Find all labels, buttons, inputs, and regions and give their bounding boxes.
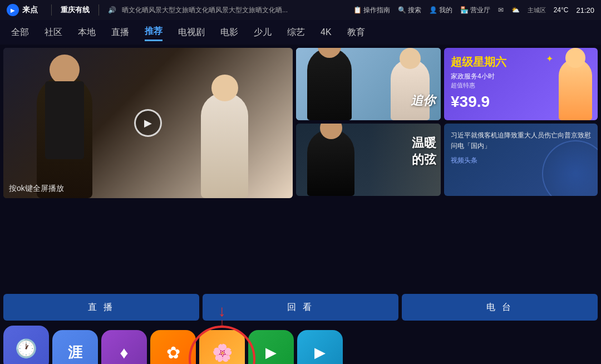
- arrow-down-icon2: ↓: [219, 316, 225, 330]
- nav-community[interactable]: 社区: [45, 24, 62, 41]
- app-orange[interactable]: 🌸 橙子短视频 ↓ ↓: [199, 330, 245, 365]
- anime-person-decoration: [559, 59, 592, 120]
- store-btn[interactable]: 🏪 营业厅: [460, 6, 490, 15]
- divider: [51, 4, 52, 16]
- ad-price-symbol: ¥: [451, 93, 460, 110]
- app-jf-icon: 涯: [52, 330, 98, 365]
- nav-education[interactable]: 教育: [347, 24, 365, 41]
- quick-actions: 直 播 回 看 电 台: [0, 292, 601, 323]
- guide-btn[interactable]: 📋 操作指南: [353, 6, 390, 15]
- brand-name: 重庆有线: [61, 5, 90, 15]
- top-nav-right: 📋 操作指南 🔍 搜索 👤 我的 🏪 营业厅 ✉ ⛅ 主城区 24°C 21:2…: [353, 6, 594, 15]
- main-content: ▶ 按ok键全屏播放 追你: [0, 45, 601, 292]
- nav-live[interactable]: 直播: [111, 24, 129, 41]
- drama-top-title: 追你: [411, 92, 435, 109]
- drama-top-card[interactable]: 追你: [296, 48, 441, 120]
- my-btn[interactable]: 👤 我的: [429, 6, 452, 15]
- replay-btn[interactable]: 回 看: [203, 294, 398, 321]
- drama-bottom-bg: 温暖 的弦: [296, 124, 441, 196]
- speaker-icon: 🔊: [108, 6, 116, 14]
- nav-tv[interactable]: 电视剧: [178, 24, 205, 41]
- app-sunshine[interactable]: ▶ 阳光: [297, 330, 343, 365]
- nav-variety[interactable]: 综艺: [287, 24, 305, 41]
- right-column: 超级星期六 家政服务4小时 超值特惠 ¥39.9 ✦ 习近平就俄客机迫降致重大人…: [444, 48, 598, 288]
- app-iqiyi[interactable]: ▶ 爱奇艺专区: [248, 330, 294, 365]
- weather-icon: ⛅: [511, 6, 520, 14]
- user-icon: 👤: [429, 6, 437, 14]
- logo-text: 来点: [22, 5, 38, 15]
- search-btn[interactable]: 🔍 搜索: [398, 6, 421, 15]
- news-card[interactable]: 习近平就俄客机迫降致重大人员伤亡向普京致慰问电「国内」 视频头条: [444, 124, 598, 196]
- fenghuang-icon: ✿: [166, 343, 180, 362]
- drama-bottom-title: 温暖 的弦: [412, 135, 436, 168]
- app-history-icon: 🕐: [3, 326, 49, 364]
- play-button[interactable]: ▶: [134, 109, 162, 137]
- diamond-icon: ♦: [120, 343, 128, 362]
- nav-4k[interactable]: 4K: [321, 25, 332, 40]
- big-video[interactable]: ▶ 按ok键全屏播放: [3, 48, 293, 198]
- app-orange-icon: 🌸: [199, 330, 245, 365]
- sparkle-icon: ✦: [546, 53, 553, 64]
- location-label: 主城区: [528, 6, 546, 14]
- ad-card[interactable]: 超级星期六 家政服务4小时 超值特惠 ¥39.9 ✦: [444, 48, 598, 120]
- divider2: [98, 4, 99, 16]
- middle-column: 追你 温暖 的弦: [296, 48, 441, 288]
- nav-kids[interactable]: 少儿: [254, 24, 272, 41]
- app-jf[interactable]: 涯 涯: [52, 330, 98, 365]
- ticker-text: 晒文化晒风景大型文旅晒文化晒风景大型文旅晒文化晒...: [122, 6, 348, 15]
- apps-row: 🕐 观 观看历史 涯 涯 ♦ 原版专区 ✿ 凤凰专区 🌸 橙子短视频: [0, 323, 601, 364]
- nav-bar: 全部 社区 本地 直播 推荐 电视剧 电影 少儿 综艺 4K 教育: [0, 20, 601, 45]
- nav-all[interactable]: 全部: [11, 24, 29, 41]
- app-original-icon: ♦: [101, 330, 147, 365]
- video-caption: 按ok键全屏播放: [9, 184, 64, 194]
- app-sunshine-icon: ▶: [297, 330, 343, 365]
- clock-icon: 🕐: [15, 338, 37, 359]
- drama-bottom-card[interactable]: 温暖 的弦: [296, 124, 441, 196]
- jf-text-icon: 涯: [68, 343, 82, 362]
- flower-icon: 🌸: [212, 343, 233, 362]
- search-icon: 🔍: [398, 6, 406, 14]
- mail-icon: ✉: [498, 6, 504, 14]
- iqiyi-icon: ▶: [265, 344, 277, 361]
- status-bar: ▶ 来点 重庆有线 🔊 晒文化晒风景大型文旅晒文化晒风景大型文旅晒文化晒... …: [0, 0, 601, 20]
- current-time: 21:20: [576, 6, 594, 14]
- live-btn[interactable]: 直 播: [3, 294, 199, 321]
- drama-top-bg: 追你: [296, 48, 441, 120]
- logo-icon: ▶: [7, 4, 19, 16]
- ad-price-value: 39.9: [460, 93, 490, 110]
- app-fenghuang-icon: ✿: [150, 330, 196, 365]
- nav-local[interactable]: 本地: [78, 24, 96, 41]
- guide-icon: 📋: [353, 6, 362, 14]
- nav-recommend[interactable]: 推荐: [145, 23, 162, 41]
- store-icon: 🏪: [460, 6, 469, 14]
- sunshine-icon: ▶: [314, 344, 326, 361]
- app-fenghuang[interactable]: ✿ 凤凰专区: [150, 330, 196, 365]
- radio-btn[interactable]: 电 台: [402, 294, 598, 321]
- app-original[interactable]: ♦ 原版专区: [101, 330, 147, 365]
- nav-movie[interactable]: 电影: [220, 24, 238, 41]
- logo-area: ▶ 来点: [7, 4, 38, 16]
- app-history[interactable]: 🕐 观 观看历史: [3, 326, 49, 364]
- app-iqiyi-icon: ▶: [248, 330, 294, 365]
- temperature: 24°C: [554, 6, 569, 14]
